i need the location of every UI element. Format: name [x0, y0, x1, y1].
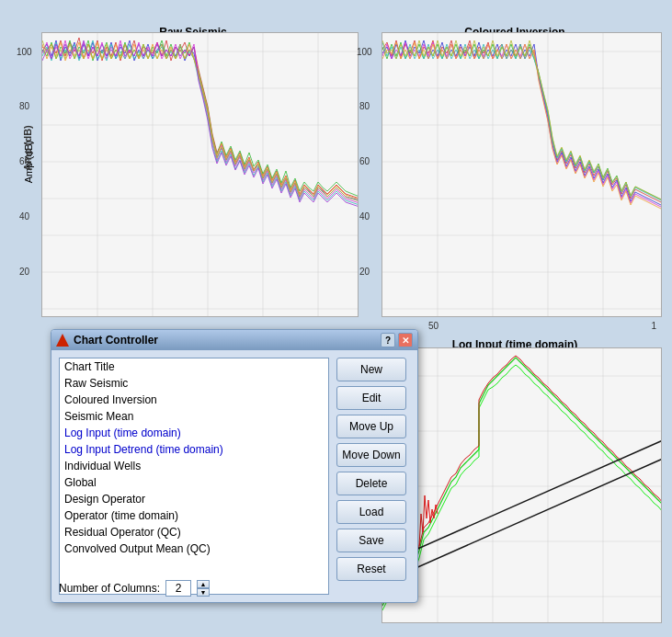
list-item[interactable]: Design Operator [60, 491, 328, 507]
list-item[interactable]: Convolved Output Mean (QC) [60, 540, 328, 557]
columns-label: Number of Columns: [59, 582, 160, 595]
raw-seismic-amp-label: Amp (dB) [22, 125, 33, 171]
list-item[interactable]: Log Input Detrend (time domain) [60, 441, 328, 458]
spinner-down-button[interactable]: ▼ [197, 588, 210, 597]
edit-button[interactable]: Edit [336, 386, 406, 410]
columns-input[interactable] [165, 580, 191, 597]
dialog-close-button[interactable]: ✕ [398, 333, 413, 347]
columns-spinner[interactable]: ▲ ▼ [197, 580, 210, 597]
move-down-button[interactable]: Move Down [336, 443, 406, 467]
delete-button[interactable]: Delete [336, 472, 406, 495]
dialog-title: Chart Controller [74, 334, 381, 347]
list-item[interactable]: Seismic Mean [60, 408, 328, 425]
reset-button[interactable]: Reset [336, 557, 406, 581]
chart-controller-dialog: Chart Controller ? ✕ Chart TitleRaw Seis… [51, 329, 418, 603]
list-item[interactable]: Log Input (time domain) [60, 425, 328, 441]
dialog-content: Chart TitleRaw SeismicColoured Inversion… [51, 350, 417, 602]
coloured-inversion-chart: 100 80 60 40 20 50 1 [382, 32, 662, 317]
save-button[interactable]: Save [336, 529, 406, 552]
list-item[interactable]: Operator (time domain) [60, 507, 328, 524]
log-input-chart: 5000000 4000000 3000000 [382, 347, 662, 623]
dialog-help-button[interactable]: ? [381, 333, 395, 347]
dialog-icon [56, 334, 69, 347]
list-item[interactable]: Individual Wells [60, 458, 328, 474]
list-item[interactable]: Raw Seismic [60, 375, 328, 392]
raw-seismic-chart: 100 80 60 40 20 [41, 32, 359, 317]
dialog-titlebar: Chart Controller ? ✕ [51, 330, 417, 350]
list-item[interactable]: Global [60, 474, 328, 491]
list-item[interactable]: Residual Operator (QC) [60, 524, 328, 540]
new-button[interactable]: New [336, 358, 406, 381]
chart-list[interactable]: Chart TitleRaw SeismicColoured Inversion… [59, 358, 329, 595]
dialog-footer: Number of Columns: ▲ ▼ [59, 580, 210, 597]
list-item[interactable]: Chart Title [60, 358, 328, 375]
move-up-button[interactable]: Move Up [336, 415, 406, 438]
list-item[interactable]: Coloured Inversion [60, 392, 328, 408]
svg-line-35 [382, 459, 661, 583]
spinner-up-button[interactable]: ▲ [197, 580, 210, 588]
dialog-buttons: New Edit Move Up Move Down Delete Load S… [336, 358, 410, 595]
load-button[interactable]: Load [336, 500, 406, 524]
